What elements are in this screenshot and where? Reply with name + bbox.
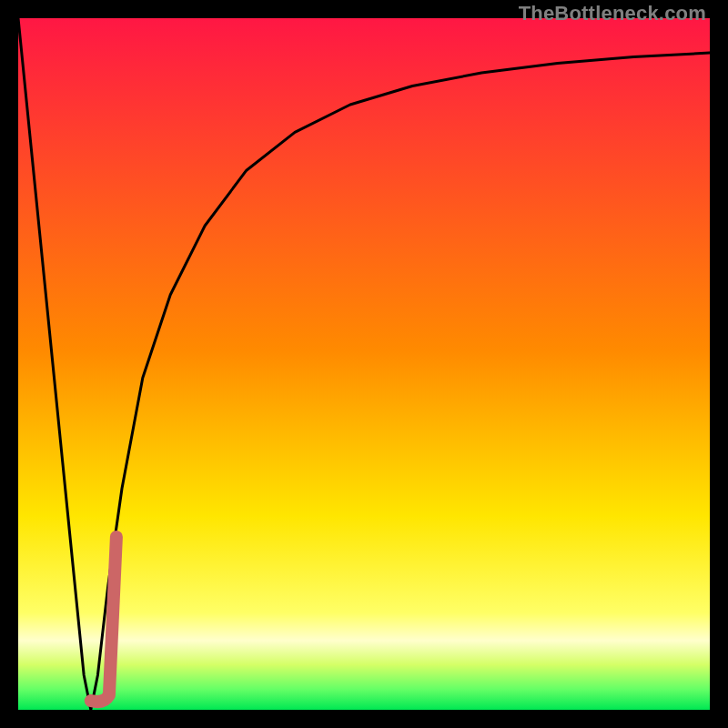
chart-svg — [18, 18, 710, 710]
chart-frame: { "watermark": "TheBottleneck.com", "col… — [0, 0, 728, 728]
gradient-background — [18, 18, 710, 710]
watermark-text: TheBottleneck.com — [519, 2, 706, 25]
plot-area — [18, 18, 710, 710]
